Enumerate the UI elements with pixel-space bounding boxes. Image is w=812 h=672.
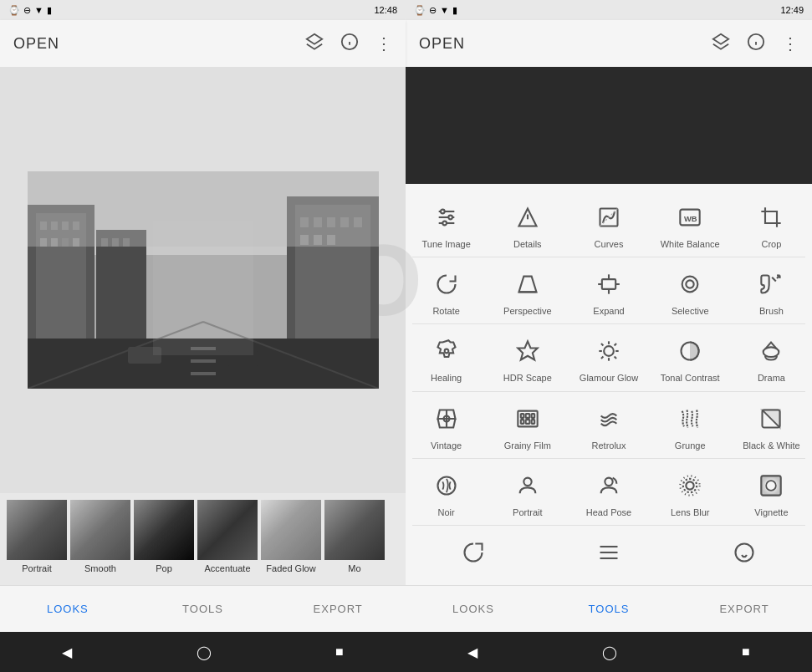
tool-crop[interactable]: Crop	[731, 191, 812, 257]
tools-row-3: Healing HDR Scape	[406, 324, 812, 390]
info-icon-right[interactable]	[747, 33, 765, 55]
vignette-icon	[754, 469, 788, 502]
photo-display	[28, 171, 379, 389]
svg-rect-98	[762, 476, 781, 495]
perspective-icon	[511, 267, 544, 301]
right-system-bar: ◀ ◯ ■	[406, 632, 812, 672]
tonal-icon	[673, 334, 707, 368]
tool-details[interactable]: Details	[487, 191, 568, 257]
left-image-area: PO	[0, 67, 406, 493]
photo-svg	[28, 171, 379, 389]
tool-portrait[interactable]: Portrait	[487, 459, 568, 525]
tools-row-1: Tune Image Details	[406, 191, 812, 257]
tool-tonal[interactable]: Tonal Contrast	[650, 324, 731, 390]
svg-point-94	[683, 479, 697, 492]
svg-marker-56	[518, 277, 536, 293]
tool-curves[interactable]: Curves	[568, 191, 649, 257]
vignette-label: Vignette	[754, 507, 788, 518]
tool-drama[interactable]: Drama	[731, 324, 812, 390]
nav-export-right[interactable]: EXPORT	[677, 586, 812, 632]
svg-rect-33	[191, 372, 216, 375]
look-thumb-more	[324, 500, 385, 560]
wifi-icon-right: ▼	[440, 5, 449, 16]
svg-point-91	[523, 477, 531, 485]
tool-vignette[interactable]: Vignette	[731, 459, 812, 525]
home-button-right[interactable]: ◯	[602, 644, 617, 660]
look-faded-glow[interactable]: Faded Glow	[261, 500, 321, 573]
tool-tune-image[interactable]: Tune Image	[406, 191, 487, 257]
tool-selective[interactable]: Selective	[650, 257, 731, 323]
layers-icon[interactable]	[305, 33, 324, 55]
recents-button-left[interactable]: ■	[335, 644, 344, 659]
svg-rect-84	[525, 414, 529, 418]
right-status-bar: ⌚ ⊖ ▼ ▮ 12:49	[406, 0, 812, 20]
vintage-icon	[430, 402, 463, 435]
tool-vintage[interactable]: Vintage	[406, 392, 487, 458]
tool-more1[interactable]	[406, 526, 541, 581]
look-portrait[interactable]: Portrait	[7, 500, 67, 573]
tool-white-balance[interactable]: WB White Balance	[650, 191, 731, 257]
right-toolbar-icons: ⋮	[712, 33, 799, 55]
svg-point-67	[444, 349, 448, 354]
nav-tools-right[interactable]: TOOLS	[541, 586, 677, 632]
tool-hdr[interactable]: HDR Scape	[487, 324, 568, 390]
svg-line-53	[600, 209, 618, 227]
back-button-right[interactable]: ◀	[467, 644, 477, 660]
left-system-bar: ◀ ◯ ■	[0, 632, 406, 672]
time-right: 12:49	[780, 5, 804, 15]
looks-thumbnails: Portrait Smooth Pop Accentuate	[0, 493, 406, 585]
layers-icon-right[interactable]	[712, 33, 730, 55]
tool-grainy-film[interactable]: Grainy Film	[487, 392, 568, 458]
more-icon[interactable]: ⋮	[375, 33, 392, 53]
recents-button-right[interactable]: ■	[742, 644, 750, 659]
look-smooth[interactable]: Smooth	[70, 500, 130, 573]
more-icon-right[interactable]: ⋮	[782, 33, 799, 53]
perspective-label: Perspective	[503, 306, 551, 317]
tool-grunge[interactable]: Grunge	[650, 392, 731, 458]
left-status-time: 12:48	[374, 5, 397, 15]
brush-label: Brush	[759, 306, 784, 317]
look-accentuate[interactable]: Accentuate	[197, 500, 258, 573]
svg-point-69	[604, 347, 614, 357]
tool-lens-blur[interactable]: Lens Blur	[650, 459, 731, 525]
tonal-label: Tonal Contrast	[661, 373, 720, 384]
hdr-label: HDR Scape	[503, 373, 552, 384]
tool-brush[interactable]: Brush	[731, 257, 812, 323]
svg-marker-40	[713, 33, 728, 43]
tool-retrolux[interactable]: Retrolux	[568, 392, 649, 458]
tool-rotate[interactable]: Rotate	[406, 257, 487, 323]
back-button-left[interactable]: ◀	[62, 644, 72, 660]
tool-perspective[interactable]: Perspective	[487, 257, 568, 323]
svg-rect-83	[521, 414, 524, 418]
battery-icon-right: ▮	[452, 5, 457, 16]
tool-bw[interactable]: Black & White	[731, 392, 812, 458]
tool-noir[interactable]: Noir	[406, 459, 487, 525]
tool-expand[interactable]: Expand	[568, 257, 649, 323]
brush-icon	[754, 267, 788, 301]
look-more[interactable]: Mo	[324, 500, 385, 573]
selective-label: Selective	[672, 306, 709, 317]
tool-glamour[interactable]: Glamour Glow	[568, 324, 649, 390]
tool-healing[interactable]: Healing	[406, 324, 487, 390]
signal-icon: ⊖	[23, 5, 31, 16]
look-label-more: Mo	[348, 563, 360, 573]
tool-more3[interactable]	[677, 526, 812, 581]
look-pop[interactable]: Pop	[134, 500, 194, 573]
look-thumb-accentuate	[197, 500, 258, 560]
tool-more2[interactable]	[541, 526, 677, 581]
nav-looks-left[interactable]: LOOKS	[0, 586, 135, 632]
left-panel: ⌚ ⊖ ▼ ▮ 12:48 OPEN	[0, 0, 406, 672]
nav-tools-left[interactable]: TOOLS	[135, 586, 271, 632]
info-icon[interactable]	[340, 33, 359, 55]
retrolux-icon	[592, 402, 626, 435]
bt-icon-right: ⌚	[414, 5, 426, 16]
svg-text:WB: WB	[684, 215, 697, 223]
nav-export-left[interactable]: EXPORT	[270, 586, 406, 632]
nav-looks-right[interactable]: LOOKS	[406, 586, 541, 632]
home-button-left[interactable]: ◯	[197, 644, 212, 660]
tools-row-6	[406, 526, 812, 581]
svg-point-63	[687, 281, 694, 288]
svg-rect-87	[525, 420, 529, 424]
head-pose-label: Head Pose	[586, 507, 631, 518]
tool-head-pose[interactable]: Head Pose	[568, 459, 649, 525]
